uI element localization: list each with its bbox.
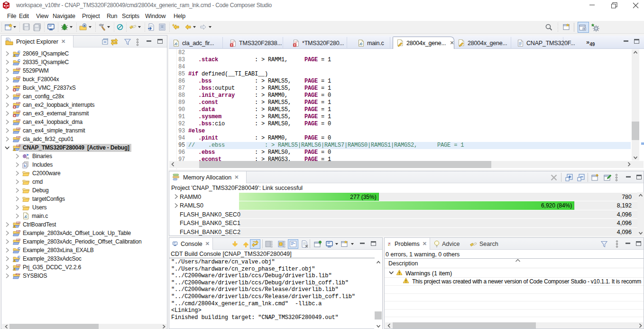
svg-text:.c: .c	[359, 41, 362, 46]
svg-text:RTSC: RTSC	[16, 85, 20, 87]
svg-text:01: 01	[26, 157, 29, 160]
svg-text:CCS: CCS	[16, 221, 20, 224]
svg-text:CCS: CCS	[16, 264, 20, 267]
svg-text:CCS: CCS	[16, 76, 20, 79]
svg-text:CCS: CCS	[16, 93, 20, 96]
svg-text:CCS: CCS	[16, 102, 20, 104]
svg-text:C: C	[18, 255, 20, 259]
svg-text:CCS: CCS	[16, 110, 20, 113]
svg-text:CCS: CCS	[16, 127, 20, 130]
svg-text:.c: .c	[24, 214, 27, 219]
svg-text:C: C	[18, 58, 20, 63]
svg-text:CCS: CCS	[16, 119, 20, 122]
svg-text:CCS: CCS	[16, 67, 20, 70]
svg-text:CCS: CCS	[16, 144, 20, 147]
svg-text:CCS: CCS	[16, 136, 20, 139]
svg-text:C: C	[18, 246, 20, 251]
svg-text:C: C	[18, 50, 20, 54]
svg-text:CCS: CCS	[16, 238, 20, 241]
svg-text:CCS: CCS	[16, 230, 20, 233]
svg-text:.c: .c	[174, 41, 177, 46]
svg-text:RTSC: RTSC	[16, 273, 20, 275]
